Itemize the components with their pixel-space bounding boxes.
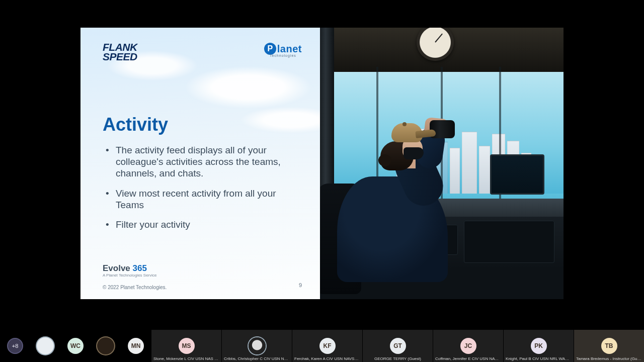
participant-avatar-initials: JC (460, 338, 476, 354)
planet-logo-mark: P (264, 43, 276, 55)
participant-tile[interactable]: PK Knight, Paul B CIV USN NRL WASHI... (503, 330, 574, 362)
evolve-word: Evolve (103, 263, 133, 273)
slide-title: Activity (103, 114, 302, 135)
participant-name-label: Ferchak, Karen A CIV USN NAVSUP... (294, 356, 360, 361)
participant-avatar-initials: TB (601, 338, 617, 354)
participant-tile-presenter[interactable]: TB Tamara Bredemus - Instructor (Guest) (574, 330, 644, 362)
slide-bullet: The activity feed displays all of your c… (103, 144, 298, 179)
slide-bullets: The activity feed displays all of your c… (103, 144, 302, 230)
evolve-365: 365 (133, 263, 147, 273)
evolve-subtitle: A Planet Technologies Service (103, 273, 302, 278)
flank-speed-logo: FLANK SPEED (103, 43, 137, 62)
slide-footer: Evolve 365 A Planet Technologies Service… (103, 263, 302, 290)
planet-logo-text: lanet (277, 43, 302, 55)
participant-tile[interactable]: GT GEORGE TERRY (Guest) (362, 330, 433, 362)
flank-speed-logo-line2: SPEED (103, 52, 137, 62)
participant-strip: +8 WC MN MS Stone, Mckenzie L CIV USN NA… (0, 330, 644, 362)
participant-tile[interactable]: MS Stone, Mckenzie L CIV USN NAS PA... (151, 330, 221, 362)
slide-bullet: Filter your activity (103, 219, 298, 230)
slide-page-number: 9 (299, 282, 302, 288)
participant-avatar-image (249, 337, 266, 354)
slide-bullet: View most recent activity from all your … (103, 188, 298, 211)
participant-avatar-initials: MN (128, 338, 144, 354)
evolve-logo: Evolve 365 (103, 263, 302, 274)
participant-thumbnail[interactable]: WC (60, 330, 91, 362)
participant-name-label: Cribbs, Christopher C CIV USN NAV... (224, 356, 290, 361)
participant-avatar-initials: KF (319, 338, 336, 354)
participant-thumbnail[interactable] (30, 330, 60, 362)
participant-avatar-image (97, 337, 114, 354)
participant-name-label: Coffman, Jennifer E CIV USN NAVF... (435, 356, 501, 361)
slide-logo-row: FLANK SPEED P lanet Technologies (103, 43, 302, 71)
participant-name-label: GEORGE TERRY (Guest) (365, 356, 431, 361)
participant-tile[interactable]: Cribbs, Christopher C CIV USN NAV... (221, 330, 292, 362)
participant-tile[interactable]: KF Ferchak, Karen A CIV USN NAVSUP... (292, 330, 362, 362)
planet-logo: P lanet Technologies (264, 43, 302, 57)
overflow-participants-button[interactable]: +8 (0, 330, 30, 362)
slide-text-panel: FLANK SPEED P lanet Technologies Activit… (80, 28, 320, 299)
slide-hero-image (320, 28, 564, 299)
shared-content: FLANK SPEED P lanet Technologies Activit… (80, 28, 564, 299)
participant-avatar-initials: GT (390, 338, 406, 354)
sailor-with-binoculars (324, 116, 455, 282)
participant-thumbnail[interactable]: MN (121, 330, 151, 362)
participant-avatar-initials: PK (531, 338, 547, 354)
participant-name-label: Tamara Bredemus - Instructor (Guest) (576, 356, 642, 361)
participant-avatar-image (37, 337, 54, 354)
participant-tile[interactable]: JC Coffman, Jennifer E CIV USN NAVF... (433, 330, 503, 362)
participant-avatar-initials: MS (179, 338, 195, 354)
ball-cap (391, 123, 435, 144)
overflow-count-badge: +8 (7, 338, 23, 354)
participant-thumbnail[interactable] (91, 330, 121, 362)
participant-avatar-initials: WC (67, 338, 84, 354)
participant-name-label: Knight, Paul B CIV USN NRL WASHI... (506, 356, 572, 361)
participant-name-label: Stone, Mckenzie L CIV USN NAS PA... (153, 356, 219, 361)
face-mask (404, 147, 424, 159)
copyright: © 2022 Planet Technologies. (103, 285, 302, 290)
planet-logo-sub: Technologies (270, 54, 296, 57)
